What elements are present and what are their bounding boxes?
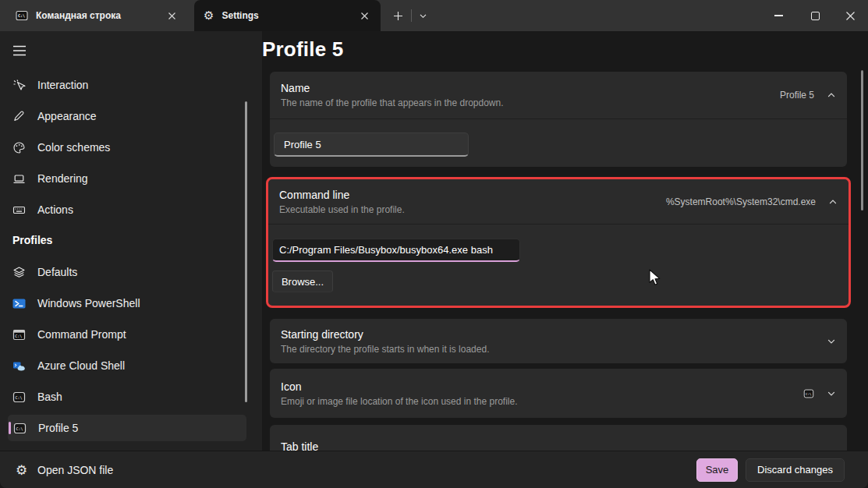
open-json-file-button[interactable]: ⚙ Open JSON file [8, 456, 34, 484]
maximize-button[interactable] [798, 0, 832, 31]
interaction-icon [12, 78, 26, 92]
profiles-header: Profiles [12, 234, 52, 246]
chevron-up-icon [828, 197, 838, 207]
chevron-down-icon [419, 12, 427, 20]
app-window: C:\ Командная строка ⚙ Settings [0, 0, 868, 488]
nav-toggle-button[interactable] [9, 41, 30, 61]
sidebar-item-rendering[interactable]: Rendering [0, 165, 246, 192]
sidebar-item-bash[interactable]: C:\ Bash [0, 384, 246, 410]
svg-text:C:\: C:\ [15, 333, 22, 338]
sidebar-item-windows-powershell[interactable]: Windows PowerShell [0, 290, 246, 316]
sidebar-item-label: Color schemes [37, 141, 110, 154]
chevron-down-icon [827, 337, 836, 346]
setting-value: %SystemRoot%\System32\cmd.exe [666, 196, 816, 207]
setting-description: Emoji or image file location of the icon… [281, 396, 803, 407]
command-line-expander[interactable]: Command line Executable used in the prof… [268, 179, 849, 224]
sidebar-item-label: Interaction [37, 79, 88, 91]
tab-title-setting-card[interactable]: Tab title [270, 425, 847, 451]
sidebar-item-color-schemes[interactable]: Color schemes [0, 134, 246, 161]
close-button[interactable] [833, 0, 867, 31]
tab-label: Командная строка [36, 10, 157, 21]
console-icon: C:\ [803, 388, 814, 399]
new-tab-button[interactable] [386, 0, 409, 31]
tab-label: Settings [221, 10, 349, 21]
monitor-icon [12, 172, 26, 186]
svg-text:C:\: C:\ [806, 391, 812, 395]
close-icon[interactable] [357, 9, 371, 23]
sidebar-item-label: Command Prompt [37, 328, 126, 341]
sidebar-item-label: Windows PowerShell [37, 297, 140, 309]
command-line-input[interactable] [272, 239, 520, 262]
icon-setting-card: Icon Emoji or image file location of the… [270, 369, 847, 418]
starting-directory-expander[interactable]: Starting directory The directory the pro… [270, 319, 847, 363]
close-icon [845, 11, 856, 21]
cmd-window-icon: C:\ [12, 327, 26, 341]
tab-settings[interactable]: ⚙ Settings [194, 0, 381, 31]
setting-title: Name [281, 82, 780, 94]
sidebar-item-command-prompt[interactable]: C:\ Command Prompt [0, 321, 246, 348]
settings-main: Profile 5 Name The name of the profile t… [262, 31, 868, 451]
plus-icon [393, 11, 403, 21]
appearance-icon [12, 109, 26, 123]
gear-icon: ⚙ [204, 9, 214, 23]
sidebar-item-label: Azure Cloud Shell [37, 359, 125, 372]
browse-button[interactable]: Browse... [272, 271, 333, 292]
name-expander[interactable]: Name The name of the profile that appear… [270, 72, 847, 118]
svg-text:C:\: C:\ [18, 13, 25, 18]
setting-description: Executable used in the profile. [279, 204, 666, 215]
sidebar-item-defaults[interactable]: Defaults [0, 259, 246, 285]
chevron-up-icon [827, 90, 836, 100]
command-line-setting-card: Command line Executable used in the prof… [266, 177, 851, 308]
svg-text:C:\: C:\ [16, 426, 23, 430]
name-input[interactable] [274, 133, 469, 157]
selection-indicator [9, 422, 11, 434]
footer-bar: ⚙ Open JSON file Save Discard changes [0, 451, 868, 488]
main-scrollbar[interactable] [861, 70, 863, 210]
sidebar-item-appearance[interactable]: Appearance [0, 103, 246, 129]
minimize-icon [774, 15, 783, 16]
palette-icon [12, 140, 26, 154]
azure-cloud-icon [12, 359, 26, 373]
gear-icon: ⚙ [16, 462, 27, 478]
sidebar-item-profile-5[interactable]: C:\ Profile 5 [8, 415, 246, 441]
setting-description: The name of the profile that appears in … [281, 97, 780, 108]
setting-title: Command line [279, 189, 666, 201]
svg-text:C:\: C:\ [15, 394, 22, 399]
setting-value: Profile 5 [780, 90, 814, 101]
settings-sidebar: Interaction Appearance Color schemes Ren… [0, 31, 262, 451]
setting-description: The directory the profile starts in when… [281, 344, 827, 355]
icon-expander[interactable]: Icon Emoji or image file location of the… [270, 369, 847, 418]
sidebar-scrollbar[interactable] [245, 101, 247, 402]
powershell-icon [12, 296, 26, 310]
maximize-icon [811, 12, 820, 20]
close-icon[interactable] [165, 9, 179, 23]
titlebar: C:\ Командная строка ⚙ Settings [0, 0, 868, 31]
hamburger-icon [12, 45, 27, 56]
chevron-down-icon [827, 389, 836, 398]
console-icon: C:\ [12, 421, 27, 435]
sidebar-item-label: Profile 5 [38, 422, 78, 434]
sidebar-item-interaction[interactable]: Interaction [0, 72, 246, 98]
sidebar-item-label: Rendering [37, 172, 88, 185]
tab-command-prompt[interactable]: C:\ Командная строка [6, 0, 188, 31]
minimize-button[interactable] [761, 0, 795, 31]
sidebar-item-label: Defaults [37, 266, 77, 278]
save-button[interactable]: Save [696, 458, 738, 482]
setting-title: Icon [281, 380, 803, 393]
name-setting-card: Name The name of the profile that appear… [270, 72, 847, 167]
sidebar-item-label: Appearance [37, 110, 97, 122]
sidebar-item-actions[interactable]: Actions [0, 196, 246, 223]
setting-title: Starting directory [281, 328, 827, 341]
setting-title: Tab title [281, 440, 836, 451]
open-json-file-label: Open JSON file [37, 464, 113, 476]
tab-dropdown-button[interactable] [412, 0, 434, 31]
discard-changes-button[interactable]: Discard changes [746, 458, 845, 482]
page-title: Profile 5 [262, 37, 343, 62]
starting-directory-setting-card: Starting directory The directory the pro… [270, 319, 847, 363]
layers-icon [12, 265, 26, 279]
keyboard-icon [12, 203, 26, 217]
console-icon: C:\ [12, 390, 26, 404]
sidebar-item-azure-cloud-shell[interactable]: Azure Cloud Shell [0, 352, 246, 379]
console-icon: C:\ [16, 9, 28, 22]
sidebar-item-label: Actions [37, 203, 73, 216]
